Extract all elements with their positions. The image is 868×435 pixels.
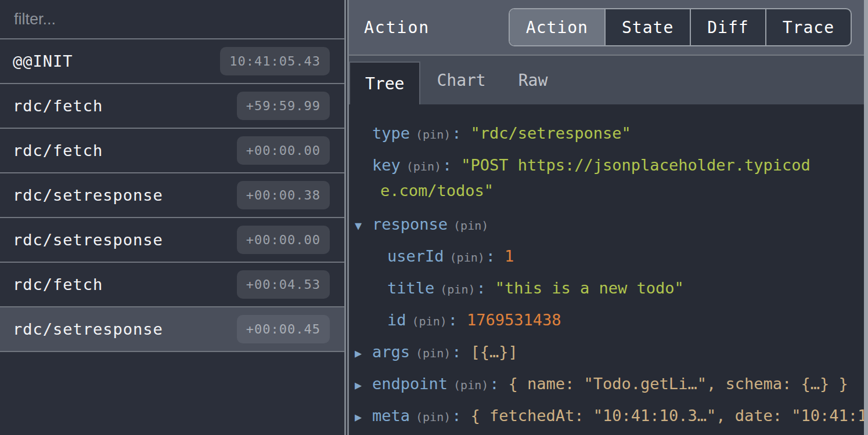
tree-value-string: "this is a new todo" [495, 279, 684, 297]
tree-key[interactable]: meta [372, 407, 410, 425]
tree-row-userid: userId(pin):1 [349, 240, 868, 272]
colon: : [452, 343, 461, 361]
action-row[interactable]: rdc/setresponse +00:00.38 [0, 173, 344, 218]
tree-row-type: type(pin):"rdc/setresponse" [349, 117, 868, 149]
tree-key[interactable]: args [372, 343, 410, 361]
action-timestamp-badge: 10:41:05.43 [220, 47, 330, 75]
expand-arrow-icon[interactable]: ▶ [355, 369, 372, 400]
expand-arrow-icon[interactable]: ▶ [355, 338, 372, 368]
action-row[interactable]: rdc/fetch +59:59.99 [0, 84, 344, 129]
colon: : [477, 279, 486, 297]
action-row[interactable]: rdc/fetch +00:04.53 [0, 263, 344, 307]
tree-value-preview: { name: "Todo.getLi…", schema: {…} } [509, 375, 848, 393]
action-name: rdc/setresponse [13, 320, 163, 338]
view-tab-tree[interactable]: Tree [349, 61, 420, 104]
vertical-scrollbar[interactable] [864, 0, 868, 435]
inspector-title: Action [364, 18, 430, 37]
tree-key[interactable]: type [372, 124, 410, 142]
tree-key[interactable]: key [372, 156, 401, 174]
pin-link[interactable]: (pin) [416, 128, 451, 142]
action-timestamp-badge: +59:59.99 [237, 92, 330, 120]
action-timestamp-badge: +00:00.00 [237, 136, 330, 165]
tree-value-preview: [{…}] [471, 343, 518, 361]
inspector-header: Action Action State Diff Trace [349, 0, 868, 56]
tree-value-number: 1 [505, 247, 514, 265]
view-tab-bar: Tree Chart Raw [349, 56, 868, 104]
action-timestamp-badge: +00:00.38 [237, 181, 330, 209]
view-tab-raw[interactable]: Raw [502, 56, 564, 104]
tree-key[interactable]: id [387, 311, 406, 329]
tree-value-string: "POST https://jsonplaceholder.typicod [461, 156, 810, 174]
redux-devtools-app: @@INIT 10:41:05.43 rdc/fetch +59:59.99 r… [0, 0, 868, 435]
colon: : [448, 311, 458, 329]
filter-row [0, 0, 344, 39]
action-name: rdc/fetch [13, 276, 103, 293]
tab-diff[interactable]: Diff [690, 9, 765, 45]
action-name: rdc/fetch [13, 97, 103, 115]
action-row[interactable]: rdc/fetch +00:00.00 [0, 129, 344, 173]
inspector-tab-group: Action State Diff Trace [509, 8, 852, 46]
action-name: rdc/setresponse [13, 186, 163, 204]
colon: : [486, 247, 495, 265]
tab-action[interactable]: Action [510, 9, 604, 45]
tree-row-key-wrapped: e.com/todos" [349, 181, 868, 208]
tab-trace[interactable]: Trace [765, 9, 851, 45]
pin-link[interactable]: (pin) [440, 282, 475, 296]
action-tree-view: type(pin):"rdc/setresponse" key(pin):"PO… [349, 104, 868, 435]
action-row-init[interactable]: @@INIT 10:41:05.43 [0, 39, 344, 84]
tree-row-title: title(pin):"this is a new todo" [349, 272, 868, 304]
expand-arrow-icon[interactable]: ▶ [355, 401, 372, 432]
tree-row-id: id(pin):1769531438 [349, 304, 868, 336]
tree-row-key: key(pin):"POST https://jsonplaceholder.t… [349, 149, 868, 181]
tab-state[interactable]: State [604, 9, 690, 45]
inspector-panel: Action Action State Diff Trace Tree Char… [349, 0, 868, 435]
filter-input[interactable] [13, 10, 332, 29]
tree-row-response: ▼response(pin) [349, 208, 868, 240]
pin-link[interactable]: (pin) [416, 410, 451, 424]
colon: : [442, 156, 452, 174]
action-name: rdc/fetch [13, 142, 103, 160]
action-name: rdc/setresponse [13, 231, 163, 249]
tree-value-preview: { fetchedAt: "10:41:10.3…", date: "10:41… [471, 407, 868, 425]
action-timestamp-badge: +00:00.00 [237, 226, 330, 254]
colon: : [489, 375, 499, 393]
tree-value-string-continued: e.com/todos" [380, 182, 494, 200]
colon: : [452, 407, 461, 425]
tree-key[interactable]: title [387, 279, 434, 297]
pin-link[interactable]: (pin) [416, 346, 451, 360]
collapse-arrow-icon[interactable]: ▼ [355, 210, 372, 240]
tree-key[interactable]: userId [387, 247, 444, 265]
tree-value-number: 1769531438 [467, 311, 561, 329]
tree-row-meta: ▶meta(pin):{ fetchedAt: "10:41:10.3…", d… [349, 400, 868, 432]
action-name: @@INIT [13, 52, 73, 70]
pin-link[interactable]: (pin) [406, 160, 441, 173]
pin-link[interactable]: (pin) [412, 314, 447, 328]
view-tab-chart[interactable]: Chart [420, 56, 502, 104]
action-list-panel: @@INIT 10:41:05.43 rdc/fetch +59:59.99 r… [0, 0, 346, 435]
colon: : [452, 124, 461, 142]
action-row[interactable]: rdc/setresponse +00:00.00 [0, 218, 344, 263]
tree-row-endpoint: ▶endpoint(pin):{ name: "Todo.getLi…", sc… [349, 368, 868, 400]
pin-link[interactable]: (pin) [450, 251, 485, 264]
tree-key[interactable]: endpoint [372, 375, 448, 393]
action-timestamp-badge: +00:00.45 [237, 315, 330, 343]
action-row-selected[interactable]: rdc/setresponse +00:00.45 [0, 307, 344, 352]
tree-value-string: "rdc/setresponse" [471, 124, 631, 142]
pin-link[interactable]: (pin) [453, 378, 488, 392]
pin-link[interactable]: (pin) [453, 219, 488, 233]
action-timestamp-badge: +00:04.53 [237, 270, 330, 299]
tree-row-args: ▶args(pin):[{…}] [349, 336, 868, 368]
tree-key[interactable]: response [372, 215, 448, 233]
